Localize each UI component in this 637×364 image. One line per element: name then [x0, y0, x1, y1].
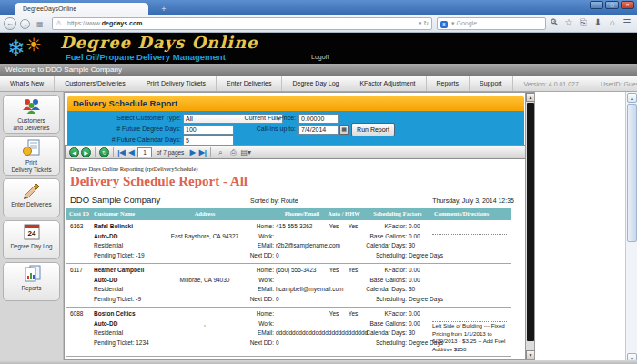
calendar-days-label: Calendar Days:	[363, 285, 407, 295]
cust-id: 6117	[70, 266, 88, 276]
table-row[interactable]: 6117 Heather Campbell Auto-DD Residentia…	[66, 263, 511, 307]
scheduling-label: Scheduling:	[363, 251, 407, 261]
col-auto-hhw: Auto / HHW	[325, 208, 363, 219]
hhw-flag: Yes	[343, 309, 363, 319]
scroll-up-icon[interactable]: ▲	[627, 93, 637, 103]
bookmark-star-icon[interactable]: ☆	[562, 17, 575, 27]
site-security-icon[interactable]: ⚠	[56, 18, 62, 29]
menu-degree-day-log[interactable]: Degree Day Log	[282, 76, 349, 91]
current-full-price-label: Current Full Price:	[236, 115, 296, 121]
page-scrollbar[interactable]: ▲ ▼	[625, 92, 637, 364]
back-icon[interactable]: ←	[4, 17, 16, 30]
pager-forward-icon[interactable]: ▶	[81, 147, 91, 157]
auto-flag: Yes	[325, 266, 343, 276]
home-phone	[274, 309, 276, 319]
menu-kfactor-adjustment[interactable]: KFactor Adjustment	[349, 76, 426, 91]
future-degree-days-label: # Future Degree Days:	[86, 126, 181, 132]
sidebar-customers-deliveries[interactable]: Customers and Deliveries	[3, 95, 60, 134]
page-number-input[interactable]: 1	[137, 147, 152, 157]
app-title: Degree Days Online	[60, 33, 258, 52]
close-button[interactable]: ✕	[621, 1, 634, 9]
menu-print-delivery-tickets[interactable]: Print Delivery Tickets	[136, 76, 217, 91]
run-report-button[interactable]: Run Report	[351, 123, 395, 136]
minimize-button[interactable]: —	[590, 1, 603, 9]
page-scrollbar-thumb[interactable]	[627, 104, 637, 242]
window-bottom-edge	[0, 360, 637, 364]
sidebar-enter-deliveries[interactable]: Enter Deliveries	[3, 178, 60, 217]
menu-support[interactable]: Support	[470, 76, 513, 91]
menu-whats-new[interactable]: What's New	[0, 76, 55, 91]
reload-icon[interactable]: ▾ ↻	[419, 18, 429, 29]
prev-page-icon[interactable]: ◀	[127, 147, 136, 157]
kfactor-label: KFactor:	[363, 266, 407, 276]
next-dd-label: Next DD:	[241, 251, 274, 261]
maximize-button[interactable]: ▢	[605, 1, 619, 9]
calendar-days-value: 30	[407, 285, 415, 295]
url-bar[interactable]: ⚠ https://www.degdays.com ▾ ↻	[52, 17, 432, 30]
future-degree-days-input[interactable]: 100	[183, 125, 234, 135]
export-save-icon[interactable]: ▤▾	[240, 147, 251, 157]
pending-ticket: Pending Ticket: -19	[94, 251, 168, 261]
print-icon[interactable]: ⎙	[228, 147, 238, 157]
zoom-icon[interactable]: ⌕	[215, 147, 226, 157]
customer-type: Auto-DD	[94, 276, 168, 286]
scroll-up-icon[interactable]: ▲	[526, 93, 535, 102]
base-gallons-label: Base Gallons:	[363, 319, 407, 329]
last-page-icon[interactable]: ▶|	[198, 147, 207, 157]
menu-hamburger-icon[interactable]: ☰	[621, 17, 633, 27]
comment-dotted-line	[432, 222, 507, 235]
next-dd-label: Next DD:	[241, 295, 274, 305]
pager-toolbar: ◀ ▶ ↻ |◀ ◀ 1 of 7 pages ▶ ▶| ⌕ ⎙ ▤▾	[65, 145, 527, 159]
next-dd-value: 0	[274, 339, 279, 349]
bookmarks-list-icon[interactable]: ▦	[36, 20, 47, 29]
kfactor-label: KFactor:	[363, 222, 407, 232]
current-full-price-input[interactable]: 0.00000	[298, 114, 339, 124]
hhw-flag: Yes	[343, 222, 363, 232]
calendar-days-label: Calendar Days:	[363, 241, 407, 251]
auto-flag: Yes	[325, 222, 343, 232]
report-scrollbar-thumb[interactable]	[527, 103, 534, 341]
new-tab-button[interactable]: +	[157, 4, 171, 15]
home-icon[interactable]: ⌂	[606, 17, 619, 27]
menu-enter-deliveries[interactable]: Enter Deliveries	[217, 76, 282, 91]
menu-reports[interactable]: Reports	[427, 76, 470, 91]
customer-class: Residential	[94, 285, 168, 295]
screen: DegreeDaysOnline + — ▢ ✕ ← → ▦ ⚠ https:/…	[0, 0, 637, 364]
report-form: Select Customer Type: All▼ # Future Degr…	[67, 111, 524, 145]
customer-name: Heather Campbell	[94, 266, 168, 276]
call-ins-date-input[interactable]: 7/4/2014	[298, 125, 339, 135]
pager-refresh-icon[interactable]: ↻	[99, 147, 109, 157]
calendar-picker-icon[interactable]: ▦	[339, 125, 349, 135]
menu-customers-deliveries[interactable]: Customers/Deliveries	[55, 76, 136, 91]
welcome-bar: Welcome to DDO Sample Company	[0, 64, 637, 76]
downloads-icon[interactable]: ⬇	[592, 17, 604, 27]
customer-address: ,	[168, 319, 241, 329]
next-page-icon[interactable]: ▶	[188, 147, 197, 157]
clipboard-icon[interactable]: ⎘	[577, 17, 590, 28]
pager-back-icon[interactable]: ◀	[69, 147, 79, 157]
sidebar-reports[interactable]: Reports	[3, 262, 60, 301]
scroll-down-icon[interactable]: ▼	[526, 350, 535, 359]
logoff-link[interactable]: Logoff	[311, 54, 329, 60]
forward-icon[interactable]: →	[20, 19, 30, 29]
sidebar-print-delivery-tickets[interactable]: Print Delivery Tickets	[3, 136, 60, 176]
sidebar-label: Delivery Tickets	[4, 167, 59, 174]
sidebar-label: Reports	[4, 285, 59, 292]
first-page-icon[interactable]: |◀	[117, 147, 126, 157]
sidebar-degree-day-log[interactable]: 24 Degree Day Log	[3, 220, 60, 259]
next-dd-value: 0	[274, 295, 279, 305]
comment-dotted-line	[432, 309, 507, 322]
browser-tab[interactable]: DegreeDaysOnline	[15, 3, 148, 15]
cust-id: 6088	[70, 309, 88, 319]
kfactor-label: KFactor:	[363, 309, 407, 319]
url-host: degdays.com	[102, 20, 143, 26]
ddo-logo-icon: ❄ ☀	[7, 34, 56, 63]
table-row[interactable]: 6163 Rafal Bolinski Auto-DD Residential …	[66, 219, 511, 263]
report-scrollbar[interactable]: ▲ ▼	[525, 93, 534, 359]
home-label: Home:	[241, 222, 274, 232]
search-input[interactable]: 8 ▾ Google	[437, 17, 546, 30]
table-row[interactable]: 6088 Boston Celtics Auto-DD Residential …	[66, 307, 511, 356]
svg-text:24: 24	[27, 229, 35, 238]
home-label: Home:	[241, 266, 274, 276]
search-icon[interactable]: 🔍︎	[548, 17, 561, 27]
